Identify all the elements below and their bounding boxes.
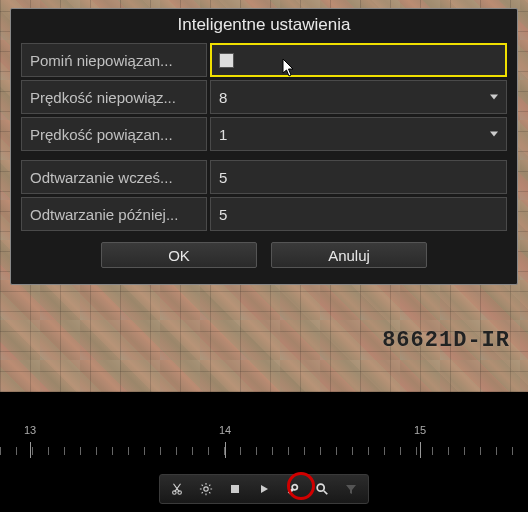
stop-icon [229,483,241,495]
playback-toolbar [159,474,369,504]
input-play-before[interactable]: 5 [210,160,507,194]
timeline-hour-label: 14 [219,424,231,436]
timeline-tick-minor [304,447,305,455]
value-play-before: 5 [219,169,227,186]
timeline-tick-minor [0,447,1,455]
chevron-down-icon [490,95,498,100]
select-speed-related[interactable]: 1 [210,117,507,151]
timeline-tick-minor [512,447,513,455]
timeline-tick-minor [368,447,369,455]
timeline-tick-minor [144,447,145,455]
timeline-tick-minor [352,447,353,455]
dialog-title: Inteligentne ustawienia [11,9,517,43]
value-play-after: 5 [219,206,227,223]
timeline-tick-minor [416,447,417,455]
timeline-tick-minor [240,447,241,455]
value-speed-unrelated: 8 [219,89,227,106]
timeline-tick-minor [320,447,321,455]
dialog-button-row: OK Anuluj [21,234,507,278]
playback-timeline-area: 131415 [0,392,528,512]
play-button[interactable] [251,477,277,501]
timeline-tick-minor [224,447,225,455]
row-skip-unrelated: Pomiń niepowiązan... [21,43,507,77]
timeline-tick-minor [256,447,257,455]
timeline-tick-minor [32,447,33,455]
field-skip-unrelated[interactable] [210,43,507,77]
timeline-tick-minor [192,447,193,455]
settings-button[interactable] [193,477,219,501]
label-play-before: Odtwarzanie wcześ... [21,160,207,194]
timeline-hour-label: 15 [414,424,426,436]
input-play-after[interactable]: 5 [210,197,507,231]
filter-button[interactable] [338,477,364,501]
wrench-icon [286,482,300,496]
label-skip-unrelated: Pomiń niepowiązan... [21,43,207,77]
chevron-down-icon [490,132,498,137]
timeline-tick-minor [176,447,177,455]
filter-icon [345,483,357,495]
timeline-tick-minor [48,447,49,455]
timeline-tick-minor [432,447,433,455]
row-play-after: Odtwarzanie później... 5 [21,197,507,231]
checkbox-skip-unrelated[interactable] [219,53,234,68]
timeline-tick-minor [160,447,161,455]
timeline-tick-minor [208,447,209,455]
value-speed-related: 1 [219,126,227,143]
play-icon [258,483,270,495]
label-play-after: Odtwarzanie później... [21,197,207,231]
svg-rect-1 [231,485,239,493]
timeline-tick-minor [448,447,449,455]
dialog-body: Pomiń niepowiązan... Prędkość niepowiąz.… [11,43,517,284]
timeline-tick-minor [496,447,497,455]
timeline-tick-minor [64,447,65,455]
smart-settings-dialog: Inteligentne ustawienia Pomiń niepowiąza… [10,8,518,285]
timeline-tick-major [420,442,421,458]
search-icon [315,482,329,496]
timeline-ruler[interactable]: 131415 [0,442,528,462]
stop-button[interactable] [222,477,248,501]
row-speed-related: Prędkość powiązan... 1 [21,117,507,151]
svg-point-2 [317,484,324,491]
timeline-tick-minor [464,447,465,455]
label-speed-related: Prędkość powiązan... [21,117,207,151]
row-speed-unrelated: Prędkość niepowiąz... 8 [21,80,507,114]
timeline-tick-minor [400,447,401,455]
timeline-tick-minor [128,447,129,455]
search-button[interactable] [309,477,335,501]
ok-button[interactable]: OK [101,242,257,268]
svg-point-0 [204,487,208,491]
cancel-button[interactable]: Anuluj [271,242,427,268]
row-play-before: Odtwarzanie wcześ... 5 [21,160,507,194]
timeline-tick-minor [480,447,481,455]
timeline-tick-minor [96,447,97,455]
label-speed-unrelated: Prędkość niepowiąz... [21,80,207,114]
smart-settings-button[interactable] [280,477,306,501]
timeline-hour-label: 13 [24,424,36,436]
timeline-tick-minor [16,447,17,455]
camera-overlay-label: 86621D-IR [382,328,510,353]
cut-button[interactable] [164,477,190,501]
timeline-tick-minor [288,447,289,455]
cut-icon [170,482,184,496]
timeline-tick-minor [112,447,113,455]
select-speed-unrelated[interactable]: 8 [210,80,507,114]
timeline-tick-major [225,442,226,458]
gear-icon [199,482,213,496]
timeline-tick-minor [336,447,337,455]
timeline-tick-minor [272,447,273,455]
svg-line-3 [324,491,328,495]
timeline-tick-major [30,442,31,458]
timeline-tick-minor [80,447,81,455]
timeline-tick-minor [384,447,385,455]
